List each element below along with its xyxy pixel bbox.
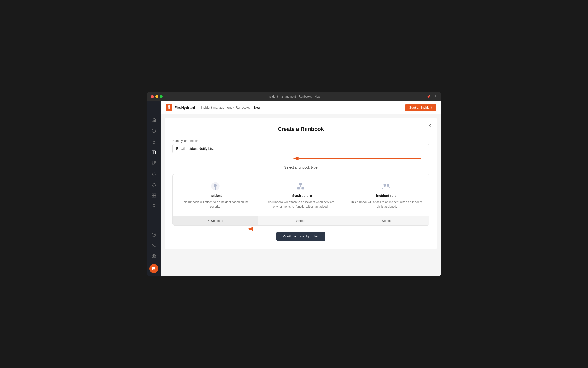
incident-role-card-desc: This runbook will attach to an incident … (348, 200, 424, 209)
svg-rect-29 (302, 187, 304, 189)
minimize-button[interactable] (155, 95, 158, 98)
title-bar: Incident management - Runbooks - New 📌 ⋮ (147, 92, 441, 101)
pin-icon[interactable]: 📌 (427, 95, 431, 99)
svg-line-32 (301, 187, 303, 187)
cards-row: Incident This runbook will attach to an … (173, 174, 429, 216)
svg-point-9 (154, 161, 156, 163)
svg-point-3 (153, 141, 155, 142)
incident-role-icon (381, 181, 391, 191)
sidebar-item-home[interactable] (149, 115, 159, 125)
sidebar-item-help[interactable] (149, 230, 159, 240)
svg-point-26 (215, 189, 216, 190)
svg-rect-12 (152, 194, 154, 196)
sidebar-item-integrations[interactable] (149, 180, 159, 190)
title-bar-actions: 📌 ⋮ (427, 95, 437, 99)
breadcrumb-sep2: › (251, 106, 252, 109)
breadcrumb-sep1: › (233, 106, 234, 109)
sidebar-toggle[interactable]: › (150, 104, 158, 112)
app-window: Incident management - Runbooks - New 📌 ⋮… (147, 92, 441, 276)
incident-role-select-button[interactable]: Select (343, 216, 429, 225)
sidebar-bottom (149, 230, 159, 273)
more-icon[interactable]: ⋮ (434, 95, 437, 99)
incident-card-title: Incident (209, 194, 222, 197)
content-area: × Create a Runbook Name your runbook Sel… (161, 114, 441, 276)
incident-card-desc: This runbook will attach to an incident … (178, 200, 253, 209)
svg-rect-4 (152, 151, 156, 154)
main-content: FireHydrant Incident management › Runboo… (161, 101, 441, 276)
svg-point-21 (153, 255, 155, 257)
breadcrumb: Incident management › Runbooks › New (201, 106, 260, 109)
svg-rect-23 (168, 107, 170, 109)
sidebar-item-branches[interactable] (149, 158, 159, 168)
sidebar-item-runbooks[interactable] (149, 147, 159, 157)
close-button[interactable] (151, 95, 154, 98)
checkmark-icon: ✓ (207, 219, 211, 223)
svg-rect-25 (215, 187, 216, 189)
sidebar: › (147, 101, 161, 276)
continue-button[interactable]: Continue to configuration (276, 232, 326, 241)
continue-section: Continue to configuration (172, 232, 429, 241)
svg-point-34 (387, 184, 389, 186)
runbook-types-container: Incident This runbook will attach to an … (172, 174, 429, 226)
sidebar-item-plugins[interactable] (149, 191, 159, 200)
incident-select-label: Selected (211, 219, 223, 223)
form-title: Create a Runbook (172, 126, 429, 132)
svg-marker-11 (152, 183, 156, 187)
traffic-lights (151, 95, 163, 98)
incident-icon (210, 181, 220, 191)
chat-button[interactable] (149, 264, 158, 273)
logo: FireHydrant (166, 104, 195, 111)
sidebar-item-users[interactable] (149, 241, 159, 250)
infrastructure-card[interactable]: Infrastructure This runbook will attach … (258, 174, 344, 216)
incident-role-card[interactable]: Incident role This runbook will attach t… (343, 174, 429, 216)
logo-icon (166, 104, 172, 111)
infrastructure-card-desc: This runbook will attach to an incident … (263, 200, 339, 209)
header: FireHydrant Incident management › Runboo… (161, 101, 441, 114)
svg-rect-27 (299, 183, 302, 185)
name-label: Name your runbook (172, 139, 429, 143)
svg-rect-28 (297, 187, 300, 189)
section-title: Select a runbook type (172, 165, 429, 169)
maximize-button[interactable] (160, 95, 163, 98)
svg-point-16 (153, 206, 155, 207)
incident-select-button[interactable]: ✓ Selected (173, 216, 258, 225)
runbook-name-input[interactable] (172, 144, 429, 153)
svg-rect-15 (154, 196, 156, 197)
svg-point-10 (152, 164, 153, 165)
window-title: Incident management - Runbooks - New (268, 95, 320, 98)
svg-point-19 (153, 244, 154, 245)
name-field-group: Name your runbook (172, 139, 429, 153)
svg-point-33 (383, 184, 386, 186)
sidebar-item-team-settings[interactable] (149, 201, 159, 211)
header-actions: Start an incident (405, 104, 436, 111)
start-incident-button[interactable]: Start an incident (405, 104, 436, 111)
runbook-form: × Create a Runbook Name your runbook Sel… (165, 118, 437, 249)
svg-line-31 (299, 187, 301, 187)
close-button[interactable]: × (426, 122, 433, 129)
incident-role-card-title: Incident role (376, 194, 396, 197)
sidebar-item-settings[interactable] (149, 137, 159, 146)
app-body: › (147, 101, 441, 276)
divider (172, 159, 429, 159)
breadcrumb-root[interactable]: Incident management (201, 106, 232, 109)
sidebar-item-account[interactable] (149, 251, 159, 261)
svg-rect-14 (152, 196, 154, 197)
svg-rect-13 (154, 194, 156, 196)
incident-card[interactable]: Incident This runbook will attach to an … (173, 174, 258, 216)
breadcrumb-current: New (254, 106, 260, 109)
sidebar-item-incidents[interactable] (149, 126, 159, 136)
infrastructure-icon (296, 181, 306, 191)
logo-text: FireHydrant (174, 105, 195, 110)
sidebar-item-announcements[interactable] (149, 169, 159, 179)
infrastructure-card-title: Infrastructure (290, 194, 312, 197)
infrastructure-select-button[interactable]: Select (258, 216, 344, 225)
breadcrumb-parent[interactable]: Runbooks (236, 106, 250, 109)
card-select-row: ✓ Selected Select Select (173, 216, 429, 225)
